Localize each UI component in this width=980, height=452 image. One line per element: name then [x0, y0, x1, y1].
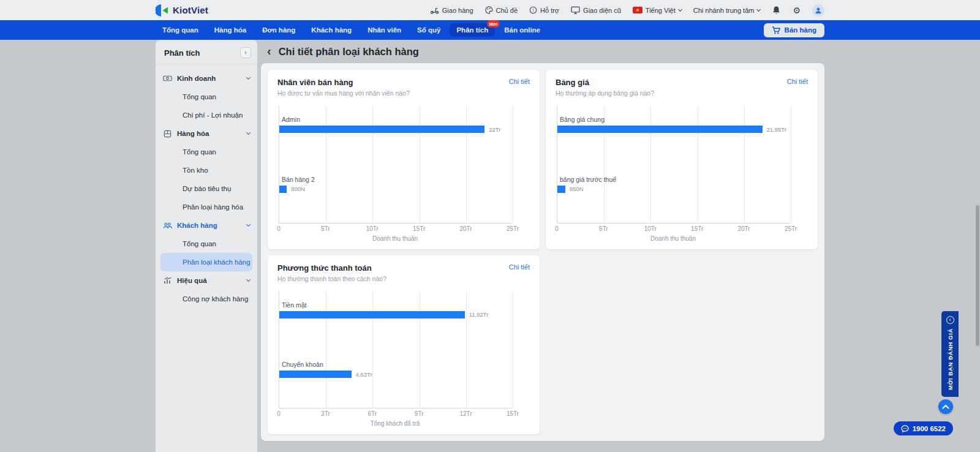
bar-chart-plot: Tiền mặt 11,92Tr Chuyển khoản 4,63Tr: [279, 291, 513, 409]
support-chat-icon: !: [529, 6, 537, 14]
tick-label: 10Tr: [366, 225, 379, 232]
tick-label: 15Tr: [413, 225, 425, 232]
card-subtitle: Họ thường áp dụng bảng giá nào?: [556, 89, 654, 97]
business-icon: [163, 74, 172, 83]
tick-label: 0: [277, 410, 281, 417]
menu-item-delivery-label: Giao hàng: [442, 7, 473, 14]
nav-tabs: Tổng quan Hàng hóa Đơn hàng Khách hàng N…: [156, 23, 547, 37]
menu-item-theme[interactable]: Chủ đề: [485, 6, 518, 14]
sidebar-group-hang-hoa[interactable]: Hàng hóa: [156, 124, 257, 143]
sidebar-header: Phân tích ‹: [156, 42, 257, 64]
sidebar-menu: Kinh doanh Tổng quan Chi phí - Lợi nhuận…: [156, 64, 257, 308]
bar: [279, 126, 484, 133]
x-axis-title: Tổng khách đã trả: [277, 420, 530, 429]
tick-label: 3Tr: [321, 410, 330, 417]
svg-text:!: !: [532, 7, 533, 13]
chevron-down-icon: [678, 7, 682, 11]
nav-tab-phan-tich[interactable]: Phân tích Mới: [450, 23, 495, 37]
back-button[interactable]: ‹: [267, 45, 271, 57]
bar-row: Tiền mặt 11,92Tr: [279, 301, 513, 318]
bar-value-label: 22Tr: [489, 126, 500, 133]
nav-tab-so-quy[interactable]: Sổ quỹ: [410, 23, 447, 37]
x-axis-ticks: 0 3Tr 6Tr 9Tr 12Tr 15Tr: [279, 410, 513, 420]
rating-invite-label: MỜI BẠN ĐÁNH GIÁ: [947, 328, 954, 390]
card-title: Bảng giá: [556, 78, 654, 87]
menu-item-delivery[interactable]: Giao hàng: [430, 6, 473, 14]
title-bar: ‹ Chi tiết phân loại khách hàng: [261, 40, 824, 63]
nav-tab-ban-online[interactable]: Bán online: [497, 23, 547, 37]
tick-label: 12Tr: [459, 410, 472, 417]
language-label: Tiếng Việt: [646, 7, 676, 14]
main-content: ‹ Chi tiết phân loại khách hàng Nhân viê…: [261, 40, 824, 452]
sidebar-item-phan-loai-hang-hoa[interactable]: Phân loại hàng hóa: [160, 198, 252, 216]
bar-value-label: 800N: [291, 186, 305, 192]
bar-chart-plot: Bảng giá chung 21,95Tr bảng giá trước th…: [557, 105, 791, 224]
hotline-button[interactable]: 1900 6522: [894, 421, 953, 435]
sidebar-group-khach-hang[interactable]: Khách hàng: [156, 216, 257, 235]
branch-selector[interactable]: Chi nhánh trung tâm: [693, 7, 761, 14]
rating-invite-tab[interactable]: ‹ MỜI BẠN ĐÁNH GIÁ: [941, 311, 959, 397]
nav-tab-phan-tich-label: Phân tích: [456, 26, 488, 34]
account-button[interactable]: [812, 4, 824, 17]
bell-icon: [772, 6, 781, 15]
sell-button[interactable]: Bán hàng: [764, 23, 824, 37]
sidebar-item-cong-no-khach-hang[interactable]: Công nợ khách hàng: [160, 290, 252, 308]
brand-name: KiotViet: [173, 5, 208, 15]
tick-label: 10Tr: [644, 225, 657, 232]
top-menu: Giao hàng Chủ đề ! Hỗ trợ: [430, 4, 824, 17]
detail-link[interactable]: Chi tiết: [787, 78, 808, 85]
sidebar-item-phan-loai-khach-hang[interactable]: Phân loại khách hàng: [160, 253, 252, 271]
sidebar-item-hh-tong-quan[interactable]: Tổng quan: [160, 143, 252, 161]
sidebar-item-ton-kho[interactable]: Tồn kho: [160, 161, 252, 179]
sidebar-item-kd-tong-quan[interactable]: Tổng quan: [160, 88, 252, 106]
main-nav: Tổng quan Hàng hóa Đơn hàng Khách hàng N…: [0, 20, 980, 40]
empty-grid-cell: [546, 255, 818, 435]
nav-tab-khach-hang[interactable]: Khách hàng: [304, 23, 358, 37]
card-subtitle: Họ được tư vấn mua hàng với nhân viên nà…: [277, 89, 410, 97]
card-header: Phương thức thanh toán Họ thường thanh t…: [277, 263, 530, 282]
bar-row: Admin 22Tr: [279, 116, 513, 133]
scroll-to-top-button[interactable]: [938, 399, 953, 414]
kiotviet-logo[interactable]: KiotViet: [156, 4, 208, 17]
vertical-scrollbar-thumb[interactable]: [976, 205, 979, 346]
sidebar-item-kh-tong-quan[interactable]: Tổng quan: [160, 235, 252, 253]
vietnam-flag-icon: ★: [633, 7, 643, 13]
tick-label: 6Tr: [368, 410, 377, 417]
tick-label: 5Tr: [599, 225, 608, 232]
card-header: Nhân viên bán hàng Họ được tư vấn mua hà…: [277, 78, 530, 97]
menu-item-old-ui[interactable]: Giao diện cũ: [571, 6, 621, 14]
bar-row: bảng giá trước thuế 850N: [557, 176, 791, 193]
sidebar-collapse-button[interactable]: ‹: [240, 47, 251, 58]
notifications-button[interactable]: [772, 6, 781, 15]
sidebar-group-kinh-doanh[interactable]: Kinh doanh: [156, 69, 257, 88]
sidebar-item-du-bao-tieu-thu[interactable]: Dự báo tiêu thụ: [160, 179, 252, 198]
chart-area: Admin 22Tr Bán hàng 2 800N 0 5Tr: [277, 105, 530, 244]
settings-button[interactable]: ⚙: [793, 6, 801, 15]
sell-button-label: Bán hàng: [785, 26, 816, 34]
theme-palette-icon: [485, 6, 493, 14]
detail-link[interactable]: Chi tiết: [509, 263, 530, 271]
avatar: [812, 4, 824, 17]
sidebar-group-label: Hiệu quả: [177, 277, 207, 284]
nav-tab-hang-hoa[interactable]: Hàng hóa: [208, 23, 253, 37]
sidebar-group-hieu-qua[interactable]: Hiệu quả: [156, 271, 257, 290]
nav-tab-nhan-vien[interactable]: Nhân viên: [361, 23, 408, 37]
bar: [279, 371, 352, 378]
language-selector[interactable]: ★ Tiếng Việt: [633, 7, 682, 14]
cart-icon: [772, 26, 780, 34]
bar: [279, 186, 287, 193]
tick-label: 20Tr: [459, 225, 472, 232]
nav-tab-tong-quan[interactable]: Tổng quan: [156, 23, 205, 37]
menu-item-support[interactable]: ! Hỗ trợ: [529, 6, 559, 14]
top-header: KiotViet Giao hàng: [0, 0, 980, 20]
bar-category-label: Tiền mặt: [282, 301, 513, 309]
nav-tab-don-hang[interactable]: Đơn hàng: [255, 23, 302, 37]
card-title: Phương thức thanh toán: [277, 263, 386, 273]
x-axis-ticks: 0 5Tr 10Tr 15Tr 20Tr 25Tr: [279, 225, 513, 235]
x-axis-title: Doanh thu thuần: [277, 235, 530, 244]
customers-icon: [163, 221, 172, 230]
sidebar-item-chi-phi-loi-nhuan[interactable]: Chi phí - Lợi nhuận: [160, 106, 252, 124]
detail-link[interactable]: Chi tiết: [509, 78, 530, 85]
sidebar-title: Phân tích: [164, 48, 200, 58]
menu-item-theme-label: Chủ đề: [496, 7, 518, 14]
